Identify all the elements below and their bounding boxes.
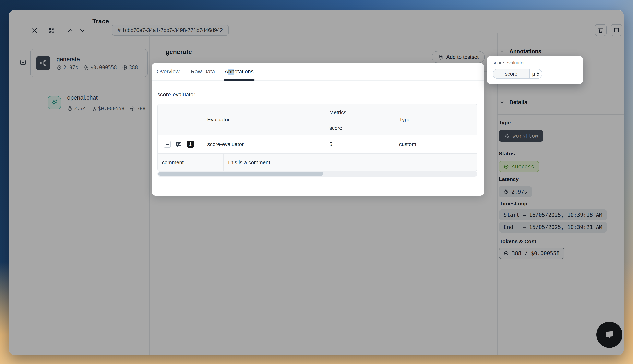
cell-evaluator: score-evaluator bbox=[207, 135, 244, 153]
metric-name[interactable]: score bbox=[493, 69, 530, 78]
horizontal-scrollbar[interactable] bbox=[158, 171, 478, 176]
grid-line bbox=[158, 135, 477, 136]
metric-mean-value: μ 5 bbox=[530, 69, 542, 78]
grid-line bbox=[322, 104, 322, 153]
minus-icon bbox=[166, 144, 168, 144]
table-header-bg bbox=[158, 104, 477, 135]
cell-type: custom bbox=[399, 135, 416, 153]
popup-evaluator-label: score-evaluator bbox=[493, 60, 525, 66]
column-header-evaluator: Evaluator bbox=[207, 104, 230, 135]
grid-line bbox=[223, 153, 224, 171]
tab-bar: Overview Raw Data Annotations bbox=[152, 63, 484, 80]
column-header-metrics: Metrics bbox=[329, 104, 346, 121]
score-metric-pill: score μ 5 bbox=[493, 69, 542, 79]
text-selection-highlight: nn bbox=[228, 68, 234, 75]
grid-line bbox=[200, 104, 200, 153]
cell-score: 5 bbox=[329, 135, 332, 153]
annotations-tab-panel: Overview Raw Data Annotations score-eval… bbox=[152, 63, 484, 196]
evaluator-heading: score-evaluator bbox=[158, 92, 195, 98]
row-actions: 1 bbox=[164, 135, 194, 153]
annotations-table: Evaluator Metrics score Type 1 score-eva… bbox=[158, 104, 478, 171]
column-header-metric-score: score bbox=[329, 121, 342, 135]
active-tab-underline bbox=[224, 79, 255, 80]
comment-icon[interactable] bbox=[175, 141, 182, 148]
tab-annotations[interactable]: Annotations bbox=[224, 63, 254, 80]
tab-overview[interactable]: Overview bbox=[156, 63, 180, 80]
column-header-type: Type bbox=[399, 104, 410, 135]
comment-count-badge: 1 bbox=[187, 140, 194, 148]
collapse-row-button[interactable] bbox=[164, 140, 171, 148]
annotation-score-popup: score-evaluator score μ 5 bbox=[486, 56, 583, 84]
grid-line bbox=[158, 153, 477, 154]
scrollbar-thumb[interactable] bbox=[158, 172, 324, 176]
comment-row-bg bbox=[158, 153, 477, 171]
tab-raw-data[interactable]: Raw Data bbox=[191, 63, 215, 80]
comment-value-cell: This is a comment bbox=[227, 153, 270, 171]
comment-key-cell: comment bbox=[162, 153, 184, 171]
grid-line bbox=[392, 104, 392, 153]
